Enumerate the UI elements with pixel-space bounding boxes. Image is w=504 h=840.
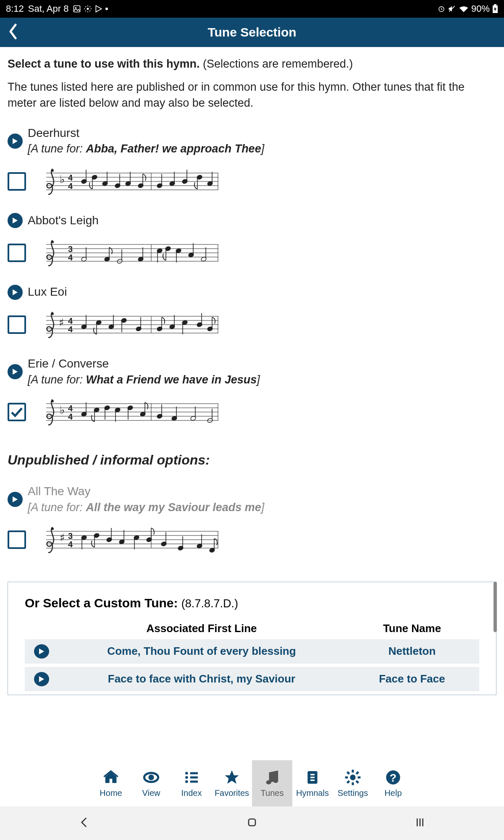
nav-view[interactable]: View — [131, 760, 171, 806]
settings-icon — [344, 769, 361, 786]
svg-rect-186 — [249, 819, 255, 826]
informal-heading: Unpublished / informal options: — [8, 451, 496, 469]
tune-checkbox[interactable] — [8, 315, 26, 334]
hymnals-icon — [304, 769, 321, 786]
custom-tune-name: Nettleton — [345, 645, 479, 658]
chevron-left-icon — [8, 23, 18, 40]
svg-text:4: 4 — [68, 404, 73, 413]
tune-checkbox[interactable] — [8, 172, 26, 191]
android-back-button[interactable] — [77, 816, 91, 831]
svg-text:♭: ♭ — [60, 173, 65, 186]
tune-name: Erie / Converse — [28, 356, 260, 372]
nav-help[interactable]: ? Help — [373, 760, 413, 806]
play-button[interactable] — [34, 672, 49, 686]
android-nav-bar — [0, 806, 504, 840]
tune-name: All The Way — [28, 483, 264, 500]
tune-checkbox[interactable] — [8, 530, 26, 549]
intro-desc: The tunes listed here are published or i… — [8, 79, 496, 111]
svg-line-182 — [347, 781, 349, 783]
scrollbar[interactable] — [494, 582, 497, 632]
svg-line-183 — [356, 772, 358, 774]
android-home-button[interactable] — [245, 816, 259, 831]
svg-point-1 — [75, 7, 76, 8]
intro-strong: Select a tune to use with this hymn. — [8, 58, 200, 70]
custom-heading: Or Select a Custom Tune: (8.7.8.7.D.) — [25, 596, 479, 610]
status-time: 8:12 — [6, 3, 24, 14]
svg-point-163 — [185, 772, 188, 774]
svg-text:4: 4 — [68, 253, 73, 262]
svg-point-106 — [51, 400, 54, 402]
svg-point-175 — [350, 774, 355, 780]
tune-name: Deerhurst — [28, 125, 264, 142]
play-button[interactable] — [34, 644, 49, 659]
tune-use-for: [A tune for: Abba, Father! we approach T… — [28, 141, 264, 157]
nav-hymnals[interactable]: Hymnals — [292, 760, 333, 806]
svg-point-137 — [51, 528, 54, 530]
nav-label: View — [142, 788, 160, 798]
tune-use-for: [A tune for: All the way my Saviour lead… — [28, 500, 264, 515]
battery-icon — [492, 4, 498, 13]
svg-point-164 — [185, 776, 188, 779]
custom-first-line: Come, Thou Fount of every blessing — [58, 645, 345, 658]
android-recents-button[interactable] — [413, 816, 427, 831]
music-score: ♭ 4 4 — [34, 165, 218, 198]
wifi-icon — [459, 5, 469, 13]
svg-text:♯: ♯ — [59, 316, 64, 329]
tune-use-for: [A tune for: What a Friend we have in Je… — [28, 372, 260, 388]
svg-rect-6 — [494, 4, 496, 5]
custom-tune-row[interactable]: Face to face with Christ, my Saviour Fac… — [25, 667, 479, 691]
nav-tunes[interactable]: Tunes — [252, 760, 292, 806]
nav-home[interactable]: Home — [91, 760, 131, 806]
status-battery-pct: 90% — [471, 3, 490, 14]
tune-item: Deerhurst [A tune for: Abba, Father! we … — [8, 125, 496, 198]
intro-line: Select a tune to use with this hymn. (Se… — [8, 56, 496, 72]
svg-text:?: ? — [390, 772, 396, 784]
play-button[interactable] — [8, 213, 23, 228]
nav-settings[interactable]: Settings — [333, 760, 373, 806]
app-bar: Tune Selection — [0, 18, 504, 47]
svg-point-162 — [148, 774, 154, 780]
svg-text:4: 4 — [68, 325, 73, 334]
svg-text:4: 4 — [68, 316, 73, 326]
svg-point-2 — [87, 8, 89, 10]
svg-point-75 — [51, 312, 54, 315]
image-icon — [73, 5, 81, 13]
help-icon: ? — [385, 769, 402, 786]
music-score: ♭ 4 4 — [34, 395, 218, 429]
nav-label: Settings — [338, 788, 368, 798]
status-date: Sat, Apr 8 — [28, 3, 69, 14]
nav-label: Index — [181, 788, 202, 798]
svg-rect-0 — [74, 6, 80, 12]
favorites-icon — [223, 769, 240, 786]
tune-checkbox[interactable] — [8, 244, 26, 262]
back-button[interactable] — [0, 23, 26, 42]
custom-first-line: Face to face with Christ, my Saviour — [58, 672, 345, 685]
tune-checkbox[interactable] — [8, 403, 26, 421]
play-button[interactable] — [8, 492, 23, 507]
tune-item: All The Way [A tune for: All the way my … — [8, 483, 496, 556]
alarm-icon — [438, 5, 445, 13]
nav-label: Hymnals — [296, 788, 329, 798]
svg-text:4: 4 — [68, 540, 73, 549]
android-status-bar: 8:12 Sat, Apr 8 90% — [0, 0, 504, 18]
music-score: ♯ 4 4 — [34, 308, 218, 341]
tunes-icon — [264, 769, 281, 786]
svg-point-165 — [185, 780, 188, 783]
nav-label: Home — [100, 788, 122, 798]
more-dot-icon — [105, 8, 108, 10]
nav-favorites[interactable]: Favorites — [212, 760, 252, 806]
play-button[interactable] — [8, 285, 23, 300]
svg-point-170 — [273, 779, 278, 782]
page-title: Tune Selection — [0, 25, 504, 39]
play-button[interactable] — [8, 134, 23, 149]
nav-label: Help — [384, 788, 402, 798]
svg-point-169 — [266, 780, 271, 784]
svg-line-181 — [356, 781, 358, 783]
nav-index[interactable]: Index — [171, 760, 212, 806]
bottom-nav: Home View Index Favorites Tunes Hymnals … — [0, 760, 504, 806]
svg-text:3: 3 — [68, 244, 73, 254]
custom-tune-row[interactable]: Come, Thou Fount of every blessing Nettl… — [25, 639, 479, 664]
nav-label: Favorites — [215, 788, 249, 798]
mute-icon — [448, 5, 456, 13]
play-button[interactable] — [8, 364, 23, 379]
